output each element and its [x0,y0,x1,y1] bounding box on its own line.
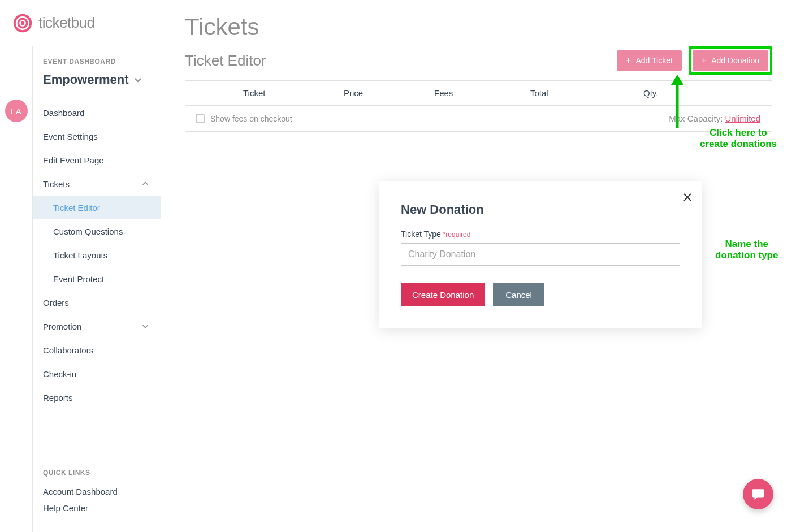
modal-close-button[interactable] [683,191,691,204]
annotation-name-type: Name the donation type [715,239,778,262]
user-avatar[interactable]: LA [5,100,28,122]
svg-marker-4 [671,75,683,85]
add-ticket-button[interactable]: + Add Ticket [617,50,682,71]
quick-links-heading: QUICK LINKS [43,469,161,477]
nav-ticket-layouts[interactable]: Ticket Layouts [43,243,161,267]
app-root: ticketbud LA EVENT DASHBOARD Empowerment… [0,0,796,532]
nav-collaborators[interactable]: Collaborators [43,338,161,362]
nav-event-settings[interactable]: Event Settings [43,124,161,148]
page-subtitle: Ticket Editor [185,52,266,70]
annotation-arrow-up-icon [669,75,686,131]
chat-bubble-button[interactable] [743,479,773,509]
page-title: Tickets [185,14,772,41]
chevron-down-icon [141,322,149,330]
create-donation-button[interactable]: Create Donation [401,283,485,306]
checkbox-icon[interactable] [196,114,205,123]
chevron-up-icon [141,180,149,188]
col-header-qty: Qty. [621,88,772,98]
nav-reports[interactable]: Reports [43,386,161,409]
left-avatar-column: LA [0,46,33,532]
nav-dashboard[interactable]: Dashboard [43,101,161,124]
sidebar: EVENT DASHBOARD Empowerment Dashboard Ev… [33,46,161,532]
ticket-type-field-label: Ticket Type *required [401,230,680,239]
show-fees-checkbox-wrap[interactable]: Show fees on checkout [196,114,292,123]
show-fees-label: Show fees on checkout [210,114,292,123]
new-donation-modal: New Donation Ticket Type *required Creat… [379,181,702,328]
col-header-fees: Fees [434,88,530,98]
plus-icon: + [626,55,631,66]
plus-icon: + [702,55,707,66]
main-content: Tickets Ticket Editor + Add Ticket + Add… [161,0,796,532]
modal-title: New Donation [401,202,680,217]
close-icon [683,193,691,201]
nav-tickets[interactable]: Tickets [43,172,161,196]
brand-logo-icon [12,13,33,33]
nav-edit-event-page[interactable]: Edit Event Page [43,148,161,172]
annotation-click-here: Click here to create donations [700,127,777,150]
logo-area[interactable]: ticketbud [0,0,161,46]
nav-promotion[interactable]: Promotion [43,314,161,338]
nav-custom-questions[interactable]: Custom Questions [43,219,161,243]
col-header-total: Total [530,88,621,98]
nav-check-in[interactable]: Check-in [43,362,161,386]
event-name-dropdown[interactable]: Empowerment [43,72,161,87]
max-capacity-link[interactable]: Unlimited [725,114,760,123]
annotation-highlight-box: + Add Donation [689,46,772,75]
cancel-button[interactable]: Cancel [493,283,544,306]
add-donation-button[interactable]: + Add Donation [693,50,768,71]
link-help-center[interactable]: Help Center [43,500,161,516]
col-header-price: Price [344,88,434,98]
brand-name: ticketbud [38,14,95,32]
nav-event-protect[interactable]: Event Protect [43,267,161,291]
link-account-dashboard[interactable]: Account Dashboard [43,483,161,500]
tickets-submenu: Ticket Editor Custom Questions Ticket La… [43,196,161,291]
quick-links-section: QUICK LINKS Account Dashboard Help Cente… [43,469,161,532]
ticket-type-input[interactable] [401,243,680,266]
event-dashboard-label: EVENT DASHBOARD [43,58,161,66]
chat-icon [751,487,765,501]
nav-orders[interactable]: Orders [43,291,161,314]
nav-ticket-editor[interactable]: Ticket Editor [33,196,161,219]
chevron-down-icon [133,75,142,84]
col-header-ticket: Ticket [185,88,344,98]
